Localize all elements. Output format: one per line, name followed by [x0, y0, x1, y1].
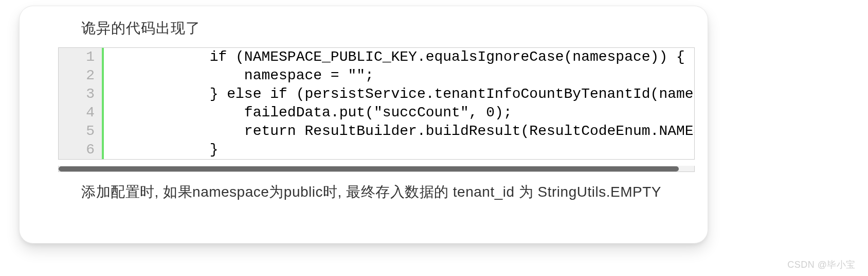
- code-row: 2 namespace = "";: [59, 66, 694, 85]
- code-line: } else if (persistService.tenantInfoCoun…: [104, 85, 694, 104]
- horizontal-scrollbar[interactable]: [58, 166, 695, 172]
- line-number: 3: [59, 85, 104, 104]
- code-line: failedData.put("succCount", 0);: [104, 104, 694, 122]
- heading-text: 诡异的代码出现了: [20, 6, 708, 47]
- code-line: namespace = "";: [104, 66, 694, 85]
- footer-text: 添加配置时, 如果namespace为public时, 最终存入数据的 tena…: [20, 172, 708, 202]
- code-row: 1 if (NAMESPACE_PUBLIC_KEY.equalsIgnoreC…: [59, 48, 694, 66]
- code-row: 5 return ResultBuilder.buildResult(Resul…: [59, 122, 694, 141]
- scroll-thumb[interactable]: [59, 166, 679, 171]
- watermark: CSDN @毕小宝: [787, 258, 856, 271]
- line-number: 4: [59, 104, 104, 122]
- code-row: 6 }: [59, 141, 694, 159]
- code-row: 4 failedData.put("succCount", 0);: [59, 104, 694, 122]
- line-number: 6: [59, 141, 104, 159]
- code-line: return ResultBuilder.buildResult(ResultC…: [104, 122, 694, 141]
- line-number: 1: [59, 48, 104, 66]
- content-card: 诡异的代码出现了 1 if (NAMESPACE_PUBLIC_KEY.equa…: [20, 6, 708, 243]
- line-number: 2: [59, 66, 104, 85]
- line-number: 5: [59, 122, 104, 141]
- code-line: }: [104, 141, 694, 159]
- code-line: if (NAMESPACE_PUBLIC_KEY.equalsIgnoreCas…: [104, 48, 694, 66]
- code-block: 1 if (NAMESPACE_PUBLIC_KEY.equalsIgnoreC…: [58, 47, 695, 160]
- code-row: 3 } else if (persistService.tenantInfoCo…: [59, 85, 694, 104]
